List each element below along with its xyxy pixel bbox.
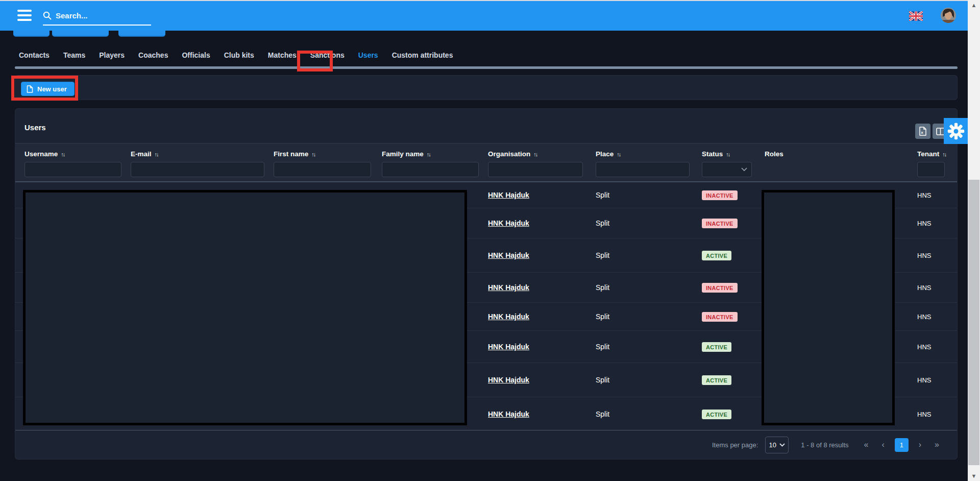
tab-coaches[interactable]: Coaches — [138, 51, 168, 59]
user-avatar[interactable] — [941, 8, 956, 23]
items-per-page-label: Items per page: — [712, 441, 758, 449]
global-search — [43, 6, 151, 26]
browser-scrollbar[interactable]: ▲ ▼ — [968, 0, 980, 481]
tab-teams[interactable]: Teams — [63, 51, 85, 59]
annotation-box-users-tab — [297, 51, 333, 71]
cutoff-button-3[interactable] — [118, 30, 165, 37]
annotation-box-new-user-button — [11, 76, 78, 101]
organisation-link[interactable]: HNK Hajduk — [488, 343, 529, 351]
column-header-tenant[interactable]: Tenant↑↓ — [917, 143, 958, 158]
tenant-cell: HNS — [917, 252, 958, 259]
column-header-status[interactable]: Status↑↓ — [702, 143, 765, 158]
first-page-button[interactable]: « — [861, 440, 872, 449]
sort-icon[interactable]: ↑↓ — [311, 151, 315, 157]
filter-input-family-name[interactable] — [382, 162, 479, 177]
tenant-cell: HNS — [917, 191, 958, 199]
organisation-link[interactable]: HNK Hajduk — [488, 219, 529, 227]
sort-icon[interactable]: ↑↓ — [726, 151, 729, 157]
export-excel-button[interactable]: x — [915, 124, 930, 139]
page-size-select[interactable]: 10 — [765, 437, 789, 453]
filter-input-organisation[interactable] — [488, 162, 583, 177]
column-header-username[interactable]: Username↑↓ — [24, 143, 131, 158]
results-info: 1 - 8 of 8 results — [801, 441, 848, 449]
column-label: Status — [702, 150, 723, 158]
tab-underline-bar — [15, 66, 958, 69]
scroll-up-arrow[interactable]: ▲ — [968, 2, 980, 8]
prev-page-button[interactable]: ‹ — [878, 440, 887, 449]
next-page-button[interactable]: › — [916, 440, 924, 449]
filter-input-tenant[interactable] — [917, 162, 945, 177]
tenant-cell: HNS — [917, 220, 958, 227]
status-badge: INACTIVE — [702, 219, 738, 228]
organisation-link[interactable]: HNK Hajduk — [488, 191, 529, 199]
status-badge: ACTIVE — [702, 251, 731, 260]
column-label: Organisation — [488, 150, 530, 158]
tab-players[interactable]: Players — [99, 51, 125, 59]
place-cell: Split — [596, 410, 702, 418]
column-label: Username — [24, 150, 58, 158]
column-header-e-mail[interactable]: E-mail↑↓ — [131, 143, 274, 158]
column-header-place[interactable]: Place↑↓ — [596, 143, 702, 158]
organisation-link[interactable]: HNK Hajduk — [488, 410, 529, 418]
scrollbar-thumb[interactable] — [968, 180, 979, 465]
cutoff-button-1[interactable] — [13, 30, 50, 37]
redaction-box-roles-column — [762, 190, 895, 425]
cutoff-button-2[interactable] — [52, 30, 109, 37]
tab-club-kits[interactable]: Club kits — [224, 51, 254, 59]
status-badge: INACTIVE — [702, 190, 738, 200]
sort-icon[interactable]: ↑↓ — [942, 151, 946, 157]
search-input[interactable] — [56, 11, 137, 20]
table-filter-row — [15, 162, 958, 177]
redaction-box-identity-columns — [23, 190, 467, 425]
organisation-link[interactable]: HNK Hajduk — [488, 251, 529, 259]
filter-cell — [274, 162, 382, 177]
tab-matches[interactable]: Matches — [268, 51, 297, 59]
filter-cell — [24, 162, 131, 177]
tab-officials[interactable]: Officials — [182, 51, 210, 59]
column-header-family-name[interactable]: Family name↑↓ — [382, 143, 488, 158]
filter-input-username[interactable] — [24, 162, 121, 177]
sort-icon[interactable]: ↑↓ — [617, 151, 620, 157]
file-excel-icon: x — [919, 127, 927, 136]
filter-input-e-mail[interactable] — [131, 162, 264, 177]
sort-icon[interactable]: ↑↓ — [61, 151, 64, 157]
tab-users[interactable]: Users — [358, 51, 378, 59]
filter-cell — [917, 162, 958, 177]
filter-select-status[interactable] — [702, 162, 752, 177]
language-flag-icon[interactable] — [909, 11, 923, 21]
place-cell: Split — [596, 251, 702, 259]
columns-icon — [936, 128, 945, 135]
panel-title: Users — [24, 123, 46, 132]
organisation-link[interactable]: HNK Hajduk — [488, 312, 529, 321]
tenant-cell: HNS — [917, 284, 958, 292]
sort-icon[interactable]: ↑↓ — [155, 151, 158, 157]
chevron-down-icon — [779, 443, 785, 447]
tenant-cell: HNS — [917, 411, 958, 418]
organisation-link[interactable]: HNK Hajduk — [488, 376, 529, 384]
column-label: First name — [274, 150, 308, 158]
filter-input-place[interactable] — [596, 162, 690, 177]
current-page-button[interactable]: 1 — [895, 438, 909, 452]
page-size-value: 10 — [769, 441, 776, 449]
hamburger-menu-icon[interactable] — [17, 10, 32, 21]
place-cell: Split — [596, 219, 702, 227]
sort-icon[interactable]: ↑↓ — [533, 151, 537, 157]
scroll-down-arrow[interactable]: ▼ — [968, 473, 980, 479]
filter-cell — [702, 162, 765, 177]
column-header-roles: Roles — [765, 143, 917, 158]
organisation-link[interactable]: HNK Hajduk — [488, 283, 529, 292]
status-badge: INACTIVE — [702, 283, 738, 293]
place-cell: Split — [596, 312, 702, 321]
svg-text:x: x — [921, 130, 923, 135]
column-label: Tenant — [917, 150, 939, 158]
filter-cell — [596, 162, 702, 177]
column-header-first-name[interactable]: First name↑↓ — [274, 143, 382, 158]
sort-icon[interactable]: ↑↓ — [427, 151, 430, 157]
tab-contacts[interactable]: Contacts — [19, 51, 50, 59]
tab-custom-attributes[interactable]: Custom attributes — [392, 51, 453, 59]
last-page-button[interactable]: » — [932, 440, 942, 449]
filter-input-first-name[interactable] — [274, 162, 371, 177]
table-settings-gear-button[interactable] — [944, 118, 968, 144]
column-header-organisation[interactable]: Organisation↑↓ — [488, 143, 596, 158]
tenant-cell: HNS — [917, 343, 958, 351]
